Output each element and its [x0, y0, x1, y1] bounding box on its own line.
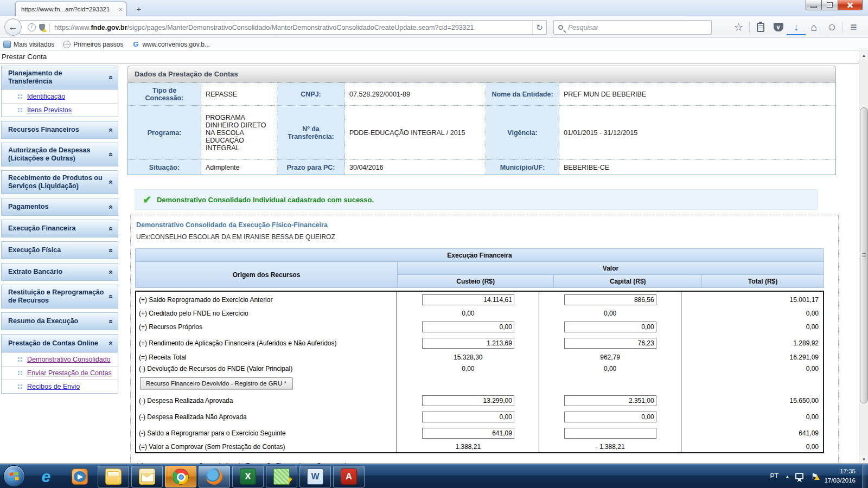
page-scrollbar[interactable]: ▲ ▼: [859, 51, 868, 464]
back-button[interactable]: ←: [4, 18, 22, 36]
gru-register-button[interactable]: Recurso Financeiro Devolvido - Registro …: [140, 377, 292, 389]
bookmark-item-mais-visitados[interactable]: Mais visitados: [3, 41, 54, 48]
firefox-taskbar-button[interactable]: [199, 466, 230, 487]
excel-taskbar-button[interactable]: [232, 466, 264, 487]
sidebar-section-execucao-financeira: Execução Financeira«: [1, 220, 118, 237]
show-desktop-button[interactable]: [862, 464, 868, 488]
sidebar-link[interactable]: Recibos de Envio: [27, 383, 80, 390]
sidebar-header-label: Recursos Financeiros: [8, 126, 79, 134]
sidebar-link[interactable]: Identificação: [27, 93, 65, 100]
sidebar-item-itens-previstos[interactable]: Itens Previstos: [2, 103, 118, 117]
sidebar-header-autorizacao-de-despesas-licitacoes-e-outras[interactable]: Autorização de Despesas (Licitações e Ou…: [1, 143, 118, 166]
start-button[interactable]: [3, 465, 25, 487]
home-icon[interactable]: ⌂: [805, 19, 823, 35]
sidebar-header-restituicao-e-reprogramacao-de-recursos[interactable]: Restituição e Reprogramação de Recursos«: [1, 285, 118, 309]
acrobat-taskbar-button[interactable]: [333, 466, 365, 487]
fin-capital-input[interactable]: [564, 412, 656, 422]
reading-list-icon[interactable]: [751, 19, 769, 35]
notes-taskbar-button[interactable]: [266, 466, 297, 487]
sidebar-header-extrato-bancario[interactable]: Extrato Bancário«: [1, 263, 118, 281]
sidebar-link[interactable]: Demonstrativo Consolidado: [27, 356, 111, 363]
fin-custeio-input[interactable]: [422, 294, 514, 305]
sidebar-section-extrato-bancario: Extrato Bancário«: [1, 263, 118, 281]
fin-capital-input[interactable]: [564, 338, 656, 349]
downloads-icon[interactable]: ↓: [787, 19, 805, 35]
fin-custeio-cell: 1.388,21: [397, 441, 539, 453]
bookmark-item-primeiros-passos[interactable]: Primeiros passos: [63, 41, 123, 48]
url-bar[interactable]: https://www.fnde.gov.br/sigpc/pages/Mant…: [20, 20, 547, 35]
bookmarks-bar: Mais visitadosPrimeiros passoswww.conven…: [0, 38, 868, 50]
page-info-icon[interactable]: [28, 23, 36, 31]
sidebar-header-recursos-financeiros[interactable]: Recursos Financeiros«: [1, 121, 118, 139]
scrollbar-thumb[interactable]: [860, 107, 868, 403]
fin-row: (+) Recursos Próprios0,00: [136, 319, 824, 335]
word-taskbar-button[interactable]: [299, 466, 331, 487]
browser-tab[interactable]: https://www.fn...am?cid=293321 ×: [15, 2, 126, 16]
sidebar-header-recebimento-de-produtos-ou-servicos-liquidacao[interactable]: Recebimento de Produtos ou Serviços (Liq…: [1, 170, 118, 194]
sidebar-header-label: Extrato Bancário: [8, 268, 62, 276]
fin-row: (-) Despesa Realizada Não Aprovada0,00: [136, 409, 824, 425]
fin-capital-input[interactable]: [564, 395, 656, 406]
fin-custeio-input[interactable]: [422, 322, 514, 332]
url-prefix: https://www.: [54, 24, 91, 31]
security-shield-icon[interactable]: [39, 24, 45, 31]
internet-explorer-taskbar-button[interactable]: [30, 466, 62, 487]
bookmark-item-www-convenios-gov-b[interactable]: www.convenios.gov.b...: [132, 41, 210, 48]
fin-custeio-input[interactable]: [422, 428, 514, 439]
sidebar-item-enviar-prestacao-de-contas[interactable]: Enviar Prestação de Contas: [2, 366, 118, 380]
chrome-taskbar-button[interactable]: [165, 466, 196, 487]
sidebar-section-pagamentos: Pagamentos«: [1, 198, 118, 216]
file-explorer-icon: [105, 468, 122, 485]
hamburger-menu-icon[interactable]: ≡: [845, 19, 863, 35]
scrollbar-up-icon[interactable]: ▲: [859, 51, 868, 60]
fin-capital-cell: 0,00: [539, 363, 681, 374]
fin-capital-cell: [539, 291, 681, 307]
fin-capital-input[interactable]: [564, 294, 656, 305]
fin-row-label: (-) Despesa Realizada Não Aprovada: [136, 409, 397, 425]
minimize-icon: [810, 6, 817, 8]
col-header-custeio-r: Custeio (R$): [398, 275, 554, 288]
sidebar-item-identificacao[interactable]: Identificação: [2, 89, 118, 103]
outlook-taskbar-button[interactable]: [131, 466, 163, 487]
field-value: 30/04/2016: [345, 160, 486, 175]
media-player-taskbar-button[interactable]: [64, 466, 95, 487]
sidebar-item-demonstrativo-consolidado[interactable]: Demonstrativo Consolidado: [2, 352, 118, 366]
sidebar-header-pagamentos[interactable]: Pagamentos«: [1, 198, 118, 216]
language-indicator[interactable]: PT: [770, 472, 778, 480]
bookmark-star-icon[interactable]: ☆: [730, 19, 748, 35]
fin-table-header: Execução Financeira Origem dos Recursos …: [135, 248, 824, 288]
taskbar-clock[interactable]: 17:35 17/03/2016: [824, 467, 856, 485]
window-close-button[interactable]: [838, 0, 863, 10]
sidebar-header-planejamento-de-transferencia[interactable]: Planejamento de Transferência«: [2, 66, 118, 89]
network-icon[interactable]: [795, 473, 803, 479]
scrollbar-down-icon[interactable]: ▼: [859, 455, 868, 464]
search-input[interactable]: [567, 23, 707, 32]
fin-custeio-input[interactable]: [422, 338, 514, 349]
hidden-icons-chevron-icon[interactable]: ▴: [786, 473, 789, 479]
reload-icon[interactable]: ↻: [532, 21, 546, 34]
sidebar-header-execucao-fisica[interactable]: Execução Física«: [1, 241, 118, 259]
sidebar-header-resumo-da-execucao[interactable]: Resumo da Execução«: [1, 312, 118, 330]
new-tab-button[interactable]: +: [132, 4, 146, 15]
fin-custeio-cell: [397, 291, 539, 307]
fin-custeio-input[interactable]: [422, 412, 514, 422]
fin-capital-input[interactable]: [564, 428, 656, 439]
window-restore-button[interactable]: [822, 0, 838, 10]
action-center-flag-icon[interactable]: ⚑: [811, 472, 818, 480]
feedback-smiley-icon[interactable]: ☺: [823, 19, 841, 35]
pocket-icon-button[interactable]: ∨: [769, 19, 787, 35]
fin-total-cell: 15.650,00: [681, 393, 824, 409]
sidebar-header-execucao-financeira[interactable]: Execução Financeira«: [1, 220, 118, 237]
sidebar-item-recibos-de-envio[interactable]: Recibos de Envio: [2, 380, 118, 393]
grid-bullet-icon: [18, 94, 22, 99]
tab-close-icon[interactable]: ×: [118, 5, 123, 14]
window-minimize-button[interactable]: [806, 0, 822, 10]
file-explorer-taskbar-button[interactable]: [98, 466, 129, 487]
sidebar-link[interactable]: Itens Previstos: [27, 106, 72, 114]
prestacao-data-table: Tipo de Concessão:REPASSECNPJ:07.528.292…: [127, 82, 836, 175]
sidebar-header-prestacao-de-contas-online[interactable]: Prestação de Contas Online«: [2, 335, 118, 352]
fin-custeio-input[interactable]: [422, 395, 514, 406]
sidebar-link[interactable]: Enviar Prestação de Contas: [27, 369, 112, 377]
fin-capital-input[interactable]: [564, 322, 656, 332]
search-box[interactable]: [553, 20, 712, 35]
